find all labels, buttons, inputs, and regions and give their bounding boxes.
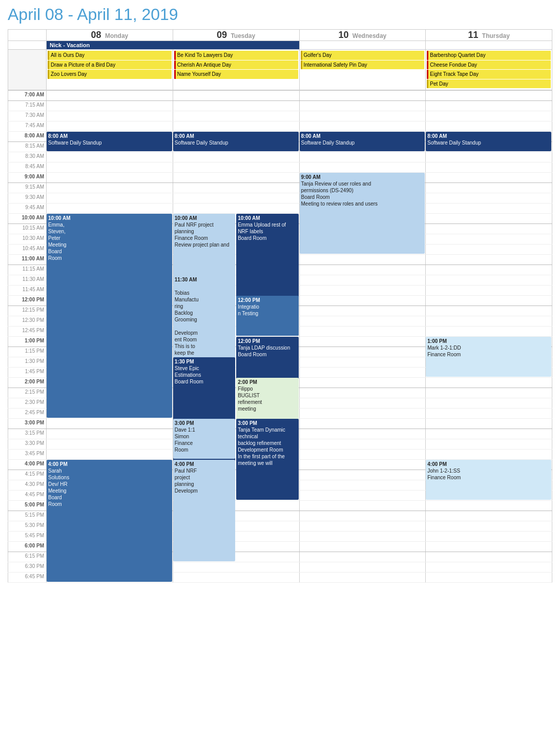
day-slot [426,101,552,111]
day-slot [299,286,426,296]
day-slot [173,193,299,203]
day-num-09: 09 [217,30,227,40]
allday-event[interactable]: International Safety Pin Day [301,60,425,70]
allday-event[interactable]: Barbershop Quartet Day [427,51,551,60]
time-row: 7:00 AM [8,91,552,101]
time-label: 1:45 PM [8,368,47,378]
calendar-event[interactable]: 3:00 PMTanja Team Dynamic technicalbackl… [236,419,298,500]
time-label: 10:15 AM [8,224,47,234]
time-label: 7:00 AM [8,91,47,101]
calendar-event[interactable]: 10:00 AMEmma,Steven,PeterMeetingBoardRoo… [47,214,172,418]
time-label: 9:15 AM [8,183,47,193]
day-slot [173,111,299,121]
vacation-banner: Nick - Vacation [47,41,299,49]
time-label: 1:00 PM [8,337,47,347]
day-slot [426,214,552,224]
allday-event[interactable]: Golfer's Day [301,51,425,60]
day-slot [299,378,426,388]
day-name-thu: Thursday [482,32,510,39]
header-row: 08 Monday 09 Tuesday 10 Wednesday 11 Thu… [8,30,552,41]
vacation-time [8,41,47,50]
day-slot [426,388,552,398]
time-label: 6:45 PM [8,573,47,583]
time-row: 8:30 AM [8,152,552,162]
time-label: 8:30 AM [8,152,47,162]
calendar-event[interactable]: 8:00 AMSoftware Daily Standup [426,132,551,151]
allday-event[interactable]: Cheese Fondue Day [427,60,551,70]
time-label: 10:30 AM [8,234,47,245]
time-row: 9:00 AM [8,173,552,183]
time-row: 9:15 AM [8,183,552,193]
time-label: 5:30 PM [8,521,47,532]
time-row: 7:45 AM [8,121,552,132]
day-slot [299,439,426,450]
allday-event[interactable]: Zoo Lovers Day [48,70,172,79]
day-slot [299,368,426,378]
allday-event[interactable]: Name Yourself Day [174,70,298,79]
allday-thu: Barbershop Quartet Day Cheese Fondue Day… [426,50,552,90]
calendar-event[interactable]: 12:00 PMIntegration Testing [236,296,298,336]
header-tue: 09 Tuesday [173,30,299,41]
day-slot [299,162,426,173]
time-grid: 7:00 AM7:15 AM7:30 AM7:45 AM8:00 AM8:15 … [8,90,552,583]
day-slot [426,193,552,203]
day-slot [47,419,173,429]
calendar-event[interactable]: 4:00 PMJohn 1-2-1:SSFinance Room [426,460,551,500]
day-slot [426,378,552,388]
day-slot [173,173,299,183]
time-label: 11:00 AM [8,255,47,265]
calendar-event[interactable]: 3:00 PMDave 1:1SimonFinanceRoom [173,419,235,459]
day-slot [426,224,552,234]
time-label: 10:00 AM [8,214,47,224]
day-slot [299,480,426,491]
time-label: 3:00 PM [8,419,47,429]
day-slot [47,121,173,132]
day-slot [299,573,426,583]
calendar-event[interactable]: 8:00 AMSoftware Daily Standup [300,132,425,151]
time-label: 9:30 AM [8,193,47,203]
header-thu: 11 Thursday [426,30,552,41]
day-slot [173,152,299,162]
day-num-11: 11 [468,30,478,40]
day-slot [426,552,552,562]
day-slot [299,562,426,573]
day-slot [299,265,426,275]
allday-event[interactable]: Cherish An Antique Day [174,60,298,70]
day-slot [299,357,426,368]
day-slot [426,91,552,101]
calendar-table: 08 Monday 09 Tuesday 10 Wednesday 11 Thu… [8,29,552,90]
day-slot [173,562,299,573]
time-label: 11:15 AM [8,265,47,275]
calendar-event[interactable]: 4:00 PMPaul NRFprojectplanningDevelopm [173,460,235,500]
day-slot [426,542,552,552]
calendar-event[interactable]: 9:00 AMTanja Review of user roles andper… [300,173,425,254]
day-slot [426,296,552,306]
day-slot [173,101,299,111]
time-label: 12:30 PM [8,316,47,327]
time-label: 2:00 PM [8,378,47,388]
time-label: 1:30 PM [8,357,47,368]
allday-event[interactable]: Pet Day [427,79,551,89]
day-slot [47,162,173,173]
day-slot [173,183,299,193]
calendar-event[interactable]: 8:00 AMSoftware Daily Standup [47,132,172,151]
calendar-event[interactable]: 8:00 AMSoftware Daily Standup [173,132,299,151]
day-slot [299,511,426,521]
day-slot [426,183,552,193]
calendar-event[interactable]: 4:00 PMSarahSolutionsDev/ HRMeetingBoard… [47,460,172,582]
day-slot [299,419,426,429]
allday-event[interactable]: Be Kind To Lawyers Day [174,51,298,60]
day-slot [299,552,426,562]
time-label: 4:00 PM [8,460,47,470]
time-label: 6:30 PM [8,562,47,573]
day-slot [426,173,552,183]
allday-event[interactable]: Draw a Picture of a Bird Day [48,60,172,70]
calendar-event[interactable]: 1:00 PMMark 1-2-1:DDFinance Room [426,337,551,377]
day-slot [299,101,426,111]
time-label: 5:00 PM [8,501,47,511]
allday-event[interactable]: All is Ours Day [48,51,172,60]
day-slot [299,121,426,132]
allday-event[interactable]: Eight Track Tape Day [427,70,551,79]
day-slot [426,265,552,275]
day-slot [426,450,552,460]
